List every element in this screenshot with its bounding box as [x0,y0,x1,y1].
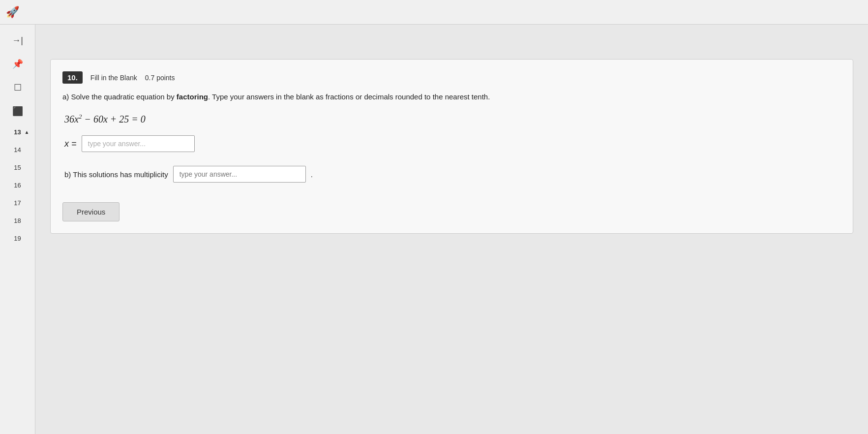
sidebar-item-19[interactable]: 19 [5,230,30,246]
chevron-up-icon: ▲ [25,129,30,135]
sidebar-number-label: 18 [14,217,21,224]
sidebar-number-label: 17 [14,199,21,207]
sidebar-item-14[interactable]: 14 [5,142,30,157]
sidebar-number-label: 14 [14,146,21,154]
frame-button[interactable]: ☐ [5,77,30,98]
sidebar-item-15[interactable]: 15 [5,159,30,175]
part-b-row: b) This solutions has multiplicity . [64,166,839,183]
sidebar-item-17[interactable]: 17 [5,195,30,211]
part-b-label: b) This solutions has multiplicity [64,170,168,179]
sidebar-item-18[interactable]: 18 [5,213,30,228]
screen-button[interactable]: ⬛ [5,100,30,122]
top-bar: 🚀 [0,0,868,25]
instructions-part2: . Type your answers in the blank as frac… [208,93,490,101]
sidebar-number-label: 19 [14,235,21,242]
sidebar-number-label: 13 [14,128,21,136]
question-header: 10. Fill in the Blank 0.7 points [62,71,839,84]
sidebar: →| 📌 ☐ ⬛ 13 ▲ 14 15 16 17 18 19 [0,25,35,434]
frame-icon: ☐ [14,82,22,93]
question-number-badge: 10. [62,71,83,84]
x-equals-label: x = [64,139,77,149]
rocket-icon: 🚀 [6,6,19,19]
part-a-answer-input[interactable] [82,135,195,152]
equation-display: 36x2 − 60x + 25 = 0 [64,113,839,125]
instructions-part1: a) Solve the quadratic equation by [62,93,177,101]
question-points: 0.7 points [145,74,175,82]
part-b-answer-input[interactable] [173,166,306,183]
question-type-label: Fill in the Blank [90,74,137,82]
question-instructions: a) Solve the quadratic equation by facto… [62,92,839,103]
part-b-suffix: . [311,170,313,179]
collapse-sidebar-button[interactable]: →| [5,30,30,51]
arrow-right-icon: →| [12,35,23,46]
main-content: 10. Fill in the Blank 0.7 points a) Solv… [35,49,868,434]
previous-button[interactable]: Previous [62,202,120,221]
pin-icon: 📌 [12,59,23,69]
instructions-bold: factoring [177,93,208,101]
screen-icon: ⬛ [12,106,23,117]
pin-button[interactable]: 📌 [5,53,30,75]
sidebar-number-label: 15 [14,164,21,171]
answer-row-a: x = [64,135,839,152]
sidebar-number-label: 16 [14,182,21,189]
sidebar-item-16[interactable]: 16 [5,177,30,193]
sidebar-item-13[interactable]: 13 ▲ [5,124,30,140]
question-card: 10. Fill in the Blank 0.7 points a) Solv… [50,59,853,234]
